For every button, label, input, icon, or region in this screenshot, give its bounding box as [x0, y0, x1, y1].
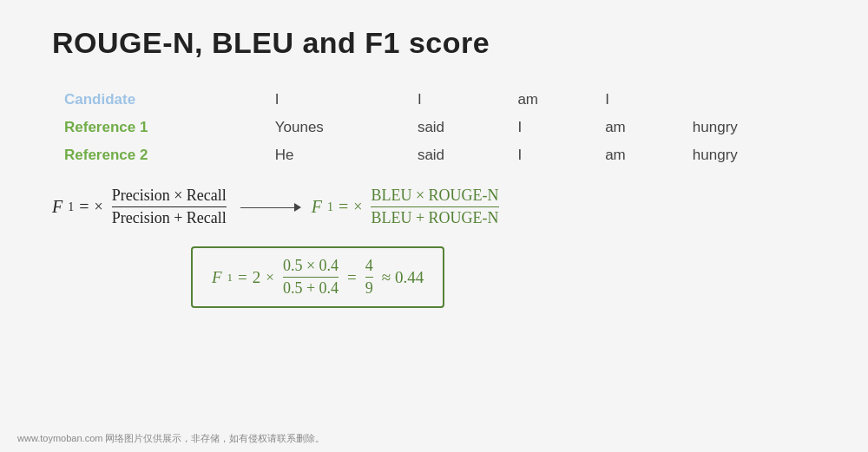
formula-basic: F1 = × Precision × Recall Precision + Re…	[52, 187, 230, 227]
f1-var: F	[52, 197, 62, 217]
reference1-label: Reference 1	[64, 119, 148, 135]
box-times: ×	[266, 269, 274, 286]
candidate-word-1: I	[263, 86, 405, 114]
times-sign-green: ×	[353, 198, 362, 216]
formula-row: F1 = × Precision × Recall Precision + Re…	[52, 187, 816, 227]
box-eq2: =	[347, 268, 357, 287]
ref1-word-5: hungry	[681, 114, 816, 141]
ref1-word-4: am	[593, 114, 681, 141]
formula-green: F1 = × BLEU × ROUGE-N BLEU + ROUGE-N	[312, 187, 503, 227]
candidate-word-2: I	[405, 86, 506, 114]
candidate-word-5	[681, 86, 816, 114]
f1-sub-green: 1	[327, 200, 333, 214]
ref2-word-5: hungry	[681, 141, 816, 169]
box-frac2: 4 9	[365, 257, 373, 298]
basic-fraction: Precision × Recall Precision + Recall	[112, 187, 227, 227]
watermark-text: www.toymoban.com 网络图片仅供展示，非存储，如有侵权请联系删除。	[17, 432, 325, 445]
f1-var-green: F	[312, 197, 322, 217]
box-numer: 0.5 × 0.4	[283, 257, 339, 278]
formula-box: F1 = 2 × 0.5 × 0.4 0.5 + 0.4 = 4 9 ≈ 0.4…	[191, 246, 444, 308]
ref1-word-3: I	[505, 114, 593, 141]
basic-numer: Precision × Recall	[112, 187, 227, 207]
ref2-word-2: said	[405, 141, 506, 169]
candidate-word-3: am	[505, 86, 593, 114]
green-numer: BLEU × ROUGE-N	[371, 187, 498, 207]
ref2-word-1: He	[263, 141, 405, 169]
box-approx: ≈ 0.44	[382, 268, 424, 287]
ref1-word-1: Younes	[263, 114, 405, 141]
candidate-label: Candidate	[64, 91, 135, 108]
f1-sub: 1	[68, 200, 74, 214]
box-denom: 0.5 + 0.4	[283, 278, 339, 298]
box-f1-sub: 1	[227, 271, 233, 285]
table-row: Reference 1 Younes said I am hungry	[52, 114, 816, 141]
box-frac-d: 9	[365, 278, 373, 298]
candidate-word-4: I	[593, 86, 681, 114]
box-f1-var: F	[212, 268, 222, 287]
box-frac-n: 4	[365, 257, 373, 278]
reference2-label: Reference 2	[64, 147, 148, 163]
page-title: ROUGE-N, BLEU and F1 score	[52, 26, 816, 60]
formula-box-inner: F1 = 2 × 0.5 × 0.4 0.5 + 0.4 = 4 9 ≈ 0.4…	[212, 257, 424, 298]
green-fraction: BLEU × ROUGE-N BLEU + ROUGE-N	[371, 187, 498, 227]
box-equals: =	[238, 268, 247, 287]
box-fraction: 0.5 × 0.4 0.5 + 0.4	[283, 257, 339, 298]
green-denom: BLEU + ROUGE-N	[371, 207, 498, 227]
arrow-icon	[240, 200, 301, 215]
ref2-word-4: am	[593, 141, 681, 169]
comparison-table: Candidate I I am I Reference 1 Younes sa…	[52, 86, 816, 169]
table-row: Reference 2 He said I am hungry	[52, 141, 816, 169]
table-row: Candidate I I am I	[52, 86, 816, 114]
basic-denom: Precision + Recall	[112, 207, 227, 227]
ref2-word-3: I	[505, 141, 593, 169]
slide: ROUGE-N, BLEU and F1 score Candidate I I…	[0, 0, 868, 452]
equals-sign: =	[79, 197, 89, 217]
ref1-word-2: said	[405, 114, 506, 141]
box-2: 2	[253, 268, 261, 287]
equals-sign-green: =	[339, 197, 348, 217]
times-sign: ×	[95, 198, 103, 216]
